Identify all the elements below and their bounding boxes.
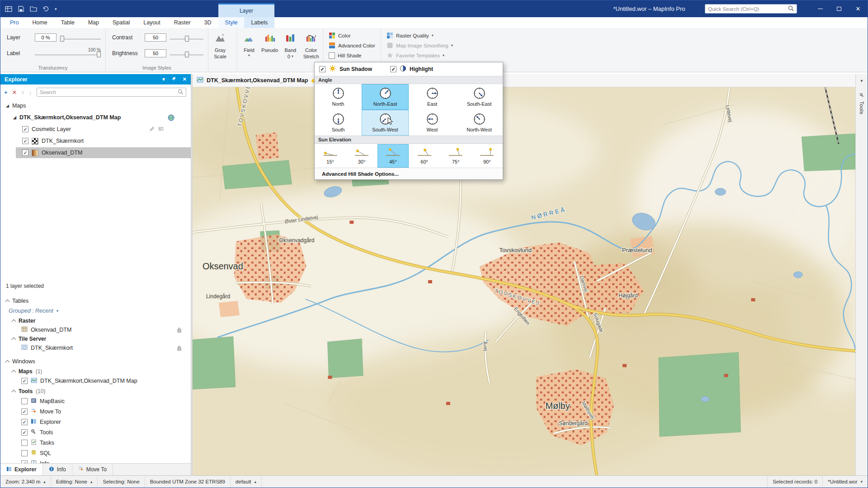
tree-root-tables[interactable]: Tables (0, 296, 191, 306)
collapse-chevron-icon[interactable] (5, 360, 10, 365)
tool-checkbox[interactable] (21, 408, 28, 415)
advanced-hill-shade-options-button[interactable]: Advanced Hill Shade Options... (315, 168, 503, 179)
table-item-dtk-skaermkort[interactable]: DTK_Skærmkort (0, 343, 191, 353)
tree-root-windows[interactable]: Windows (0, 356, 191, 367)
status-selecting[interactable]: Selecting: None (98, 476, 145, 488)
bottom-tab-explorer[interactable]: Explorer (0, 464, 43, 475)
gray-scale-button[interactable]: Gray Scale (210, 29, 230, 69)
layer-row-cosmetic[interactable]: Cosmetic Layer (0, 124, 191, 135)
angle-south-button[interactable]: South (315, 110, 362, 136)
elevation-15-button[interactable]: 15° (315, 144, 346, 168)
tab-home[interactable]: Home (25, 17, 54, 28)
status-editing[interactable]: Editing: None ▴ (51, 476, 98, 488)
tables-grouping-selector[interactable]: Grouped : Recent ▾ (0, 305, 191, 316)
qat-customize-chevron-icon[interactable]: ▾ (55, 7, 57, 11)
make-map-current-icon[interactable] (168, 114, 175, 121)
panel-close-icon[interactable]: ✕ (183, 76, 187, 82)
edit-pencil-icon[interactable] (149, 126, 155, 133)
tool-checkbox[interactable] (21, 429, 28, 436)
highlight-label[interactable]: Highlight (410, 66, 433, 72)
tool-row-tools[interactable]: Tools (0, 427, 191, 438)
angle-west-button[interactable]: West (409, 110, 456, 136)
status-workspace[interactable]: *Untitled.wor ▾ (823, 476, 868, 488)
slider-thumb[interactable] (185, 36, 189, 42)
contrast-slider[interactable] (170, 33, 203, 42)
tool-row-move-to[interactable]: Move To (0, 406, 191, 417)
window-visibility-checkbox[interactable] (21, 378, 28, 384)
expander-icon[interactable]: ◢ (13, 116, 16, 120)
map-image-smoothing-button[interactable]: Map Image Smoothing ▾ (385, 41, 468, 51)
maximize-button[interactable] (830, 0, 849, 17)
slider-thumb[interactable] (97, 52, 101, 57)
search-icon[interactable] (788, 5, 794, 13)
pseudo-button[interactable]: Pseudo (260, 29, 280, 69)
collapse-chevron-icon[interactable] (12, 370, 16, 375)
slider-thumb[interactable] (60, 36, 64, 42)
tab-3d[interactable]: 3D (198, 17, 218, 28)
layer-visibility-checkbox[interactable] (22, 150, 28, 156)
angle-north-east-button[interactable]: North-East (362, 84, 409, 110)
tab-map[interactable]: Map (81, 17, 106, 28)
tool-row-explorer[interactable]: Explorer (0, 417, 191, 427)
status-projection[interactable]: Bounded UTM Zone 32 ETRS89 (145, 476, 231, 488)
brightness-slider[interactable] (170, 49, 203, 57)
tab-table[interactable]: Table (54, 17, 81, 28)
bottom-tab-move-to[interactable]: Move To (72, 464, 113, 475)
angle-south-west-button[interactable]: South-West (362, 110, 409, 136)
angle-south-east-button[interactable]: South-East (456, 84, 503, 110)
collapse-chevron-icon[interactable] (12, 390, 16, 394)
tree-map-name[interactable]: ◢ DTK_Skærmkort,Oksenvad_DTM Map (0, 112, 191, 123)
tool-row-mapbasic[interactable]: MapBasic (0, 396, 191, 407)
explorer-search-input[interactable] (40, 89, 175, 95)
layer-style-icon[interactable] (158, 126, 164, 133)
tool-row-sql[interactable]: SQL (0, 448, 191, 459)
move-up-icon[interactable]: ↑ (22, 89, 25, 95)
elevation-45-button[interactable]: 45° (377, 144, 409, 168)
angle-north-west-button[interactable]: North-West (456, 110, 503, 136)
close-button[interactable]: ✕ (849, 0, 868, 17)
map-canvas[interactable]: TOVSKOVVEJ Øster Lindetvej Oksenvadgård … (193, 87, 855, 475)
highlight-checkbox[interactable] (390, 66, 396, 72)
contrast-value[interactable]: 50 (145, 33, 166, 42)
tab-spatial[interactable]: Spatial (106, 17, 137, 28)
label-translucency-slider[interactable]: 100 % (35, 49, 101, 57)
sun-shadow-checkbox[interactable] (319, 66, 326, 72)
tool-checkbox[interactable] (21, 440, 28, 446)
tools-collapsed-tab[interactable]: Tools (859, 93, 864, 114)
pin-icon[interactable] (171, 76, 176, 82)
tab-pro[interactable]: Pro (3, 17, 25, 28)
tool-checkbox[interactable] (21, 450, 28, 456)
layer-translucency-slider[interactable] (60, 33, 101, 42)
layer-visibility-checkbox[interactable] (22, 126, 28, 132)
quick-search-input[interactable] (708, 6, 785, 12)
collapse-chevron-icon[interactable] (12, 319, 16, 324)
panel-menu-chevron-icon[interactable]: ▾ (162, 76, 165, 82)
undo-icon[interactable] (42, 5, 49, 12)
layer-translucency-value[interactable]: 0 % (35, 33, 57, 42)
tab-labels[interactable]: Labels (244, 17, 274, 28)
tab-style[interactable]: Style (218, 17, 245, 28)
tool-row-tasks[interactable]: Tasks (0, 437, 191, 448)
favorite-templates-button[interactable]: Favorite Templates ▾ (385, 51, 468, 61)
explorer-search[interactable] (37, 88, 187, 97)
slider-thumb[interactable] (185, 52, 189, 57)
remove-icon[interactable]: ✕ (12, 89, 17, 95)
tab-raster[interactable]: Raster (167, 17, 198, 28)
field-button[interactable]: Field ▾ (239, 29, 259, 69)
tool-checkbox[interactable] (21, 419, 28, 425)
windows-map-item[interactable]: DTK_Skærmkort,Oksenvad_DTM Map (0, 375, 191, 386)
hill-shade-checkbox[interactable] (329, 52, 335, 59)
elevation-60-button[interactable]: 60° (409, 144, 440, 168)
sun-shadow-label[interactable]: Sun Shadow (340, 66, 372, 72)
move-down-icon[interactable]: ↓ (29, 89, 32, 95)
band-button[interactable]: Band 0▾ (281, 29, 301, 69)
advanced-color-button[interactable]: Advanced Color (327, 41, 377, 51)
angle-north-button[interactable]: North (315, 84, 362, 110)
hill-shade-button[interactable]: Hill Shade (327, 51, 377, 61)
brightness-value[interactable]: 50 (145, 49, 166, 57)
layer-visibility-checkbox[interactable] (22, 138, 28, 144)
open-icon[interactable] (30, 5, 37, 12)
tab-layout[interactable]: Layout (137, 17, 167, 28)
quick-search[interactable] (705, 4, 797, 14)
layer-row-oksenvad-dtm[interactable]: Oksenvad_DTM (0, 147, 191, 158)
